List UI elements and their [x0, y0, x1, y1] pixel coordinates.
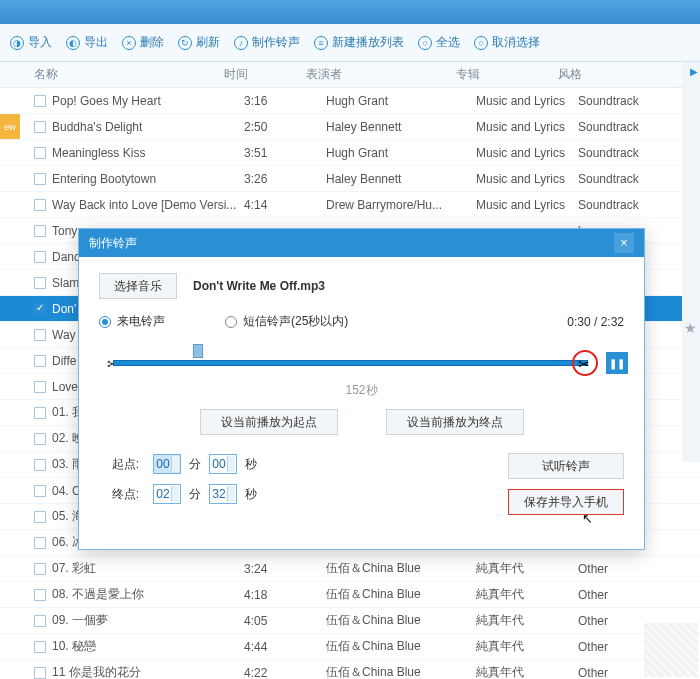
watermark — [644, 623, 698, 677]
table-row[interactable]: Pop! Goes My Heart 3:16 Hugh Grant Music… — [0, 88, 700, 114]
row-genre: Soundtrack — [578, 198, 668, 212]
table-row[interactable]: 08. 不過是愛上你 4:18 伍佰＆China Blue 純真年代 Other — [0, 582, 700, 608]
set-start-button[interactable]: 设当前播放为起点 — [200, 409, 338, 435]
table-row[interactable]: 10. 秘戀 4:44 伍佰＆China Blue 純真年代 Other — [0, 634, 700, 660]
row-checkbox[interactable] — [34, 667, 46, 679]
row-checkbox[interactable] — [34, 511, 46, 523]
import-button[interactable]: ◑导入 — [10, 34, 52, 51]
deselect-label: 取消选择 — [492, 34, 540, 51]
row-artist: 伍佰＆China Blue — [326, 586, 476, 603]
end-min-stepper[interactable]: 02▲▼ — [153, 484, 181, 504]
play-indicator-icon: ▶ — [690, 66, 698, 77]
playback-time: 0:30 / 2:32 — [567, 315, 624, 329]
table-row[interactable]: Entering Bootytown 3:26 Haley Bennett Mu… — [0, 166, 700, 192]
col-time[interactable]: 时间 — [224, 66, 306, 83]
row-artist: 伍佰＆China Blue — [326, 638, 476, 655]
deselect-button[interactable]: ○取消选择 — [474, 34, 540, 51]
trim-slider[interactable]: ✂ ✂ ❚❚ — [99, 344, 624, 384]
row-checkbox[interactable] — [34, 225, 46, 237]
row-genre: Soundtrack — [578, 172, 668, 186]
row-time: 3:26 — [244, 172, 326, 186]
slider-track[interactable] — [113, 360, 588, 366]
row-checkbox[interactable] — [34, 537, 46, 549]
refresh-button[interactable]: ↻刷新 — [178, 34, 220, 51]
col-name[interactable]: 名称 — [0, 66, 224, 83]
table-row[interactable]: Way Back into Love [Demo Versi... 4:14 D… — [0, 192, 700, 218]
close-icon[interactable]: × — [614, 233, 634, 253]
row-checkbox[interactable] — [34, 433, 46, 445]
row-time: 3:16 — [244, 94, 326, 108]
row-album: 純真年代 — [476, 612, 578, 629]
table-row[interactable]: 09. 一個夢 4:05 伍佰＆China Blue 純真年代 Other — [0, 608, 700, 634]
row-checkbox[interactable] — [34, 355, 46, 367]
row-checkbox[interactable] — [34, 485, 46, 497]
import-icon: ◑ — [10, 36, 24, 50]
row-checkbox[interactable] — [34, 95, 46, 107]
select-all-label: 全选 — [436, 34, 460, 51]
row-name: Meaningless Kiss — [52, 146, 244, 160]
row-time: 4:05 — [244, 614, 326, 628]
export-icon: ◐ — [66, 36, 80, 50]
row-album: 純真年代 — [476, 638, 578, 655]
col-artist[interactable]: 表演者 — [306, 66, 456, 83]
preview-button[interactable]: 试听铃声 — [508, 453, 624, 479]
minute-label: 分 — [189, 456, 201, 473]
col-album[interactable]: 专辑 — [456, 66, 558, 83]
row-album: Music and Lyrics — [476, 172, 578, 186]
second-label-2: 秒 — [245, 486, 257, 503]
row-checkbox[interactable] — [34, 589, 46, 601]
row-name: Pop! Goes My Heart — [52, 94, 244, 108]
row-checkbox[interactable] — [34, 563, 46, 575]
row-checkbox[interactable] — [34, 147, 46, 159]
row-checkbox[interactable] — [34, 173, 46, 185]
row-album: 純真年代 — [476, 586, 578, 603]
row-genre: Other — [578, 588, 668, 602]
select-all-button[interactable]: ○全选 — [418, 34, 460, 51]
radio-incoming-label: 来电铃声 — [117, 313, 165, 330]
set-end-button[interactable]: 设当前播放为终点 — [386, 409, 524, 435]
start-min-stepper[interactable]: 00▲▼ — [153, 454, 181, 474]
row-genre: Soundtrack — [578, 146, 668, 160]
slider-playhead[interactable] — [193, 344, 203, 358]
start-sec-stepper[interactable]: 00▲▼ — [209, 454, 237, 474]
row-time: 4:44 — [244, 640, 326, 654]
row-checkbox[interactable] — [34, 121, 46, 133]
radio-incoming[interactable]: 来电铃声 — [99, 313, 165, 330]
import-label: 导入 — [28, 34, 52, 51]
duration-label: 152秒 — [99, 382, 624, 399]
select-music-button[interactable]: 选择音乐 — [99, 273, 177, 299]
radio-sms-label: 短信铃声(25秒以内) — [243, 313, 348, 330]
table-row[interactable]: 07. 彩虹 3:24 伍佰＆China Blue 純真年代 Other — [0, 556, 700, 582]
export-button[interactable]: ◐导出 — [66, 34, 108, 51]
row-artist: 伍佰＆China Blue — [326, 560, 476, 577]
row-checkbox[interactable] — [34, 459, 46, 471]
table-row[interactable]: Buddha's Delight 2:50 Haley Bennett Musi… — [0, 114, 700, 140]
pause-button[interactable]: ❚❚ — [606, 352, 628, 374]
table-header: 名称 时间 表演者 专辑 风格 — [0, 62, 700, 88]
row-checkbox[interactable] — [34, 407, 46, 419]
toolbar: ◑导入 ◐导出 ×删除 ↻刷新 ♪制作铃声 ≡新建播放列表 ○全选 ○取消选择 — [0, 24, 700, 62]
row-checkbox[interactable] — [34, 615, 46, 627]
col-genre[interactable]: 风格 — [558, 66, 648, 83]
row-checkbox[interactable] — [34, 381, 46, 393]
table-row[interactable]: Meaningless Kiss 3:51 Hugh Grant Music a… — [0, 140, 700, 166]
table-row[interactable]: 11 你是我的花分 4:22 伍佰＆China Blue 純真年代 Other — [0, 660, 700, 679]
row-album: Music and Lyrics — [476, 198, 578, 212]
new-playlist-button[interactable]: ≡新建播放列表 — [314, 34, 404, 51]
radio-sms[interactable]: 短信铃声(25秒以内) — [225, 313, 348, 330]
row-name: 07. 彩虹 — [52, 560, 244, 577]
end-sec-stepper[interactable]: 32▲▼ — [209, 484, 237, 504]
row-checkbox[interactable] — [34, 303, 46, 315]
save-import-button[interactable]: 保存并导入手机↖ — [508, 489, 624, 515]
row-artist: 伍佰＆China Blue — [326, 664, 476, 679]
row-checkbox[interactable] — [34, 277, 46, 289]
row-checkbox[interactable] — [34, 251, 46, 263]
row-checkbox[interactable] — [34, 199, 46, 211]
star-icon[interactable]: ★ — [684, 320, 697, 336]
row-checkbox[interactable] — [34, 641, 46, 653]
scrollbar[interactable] — [682, 62, 700, 462]
row-checkbox[interactable] — [34, 329, 46, 341]
delete-button[interactable]: ×删除 — [122, 34, 164, 51]
row-genre: Other — [578, 562, 668, 576]
make-ringtone-button[interactable]: ♪制作铃声 — [234, 34, 300, 51]
